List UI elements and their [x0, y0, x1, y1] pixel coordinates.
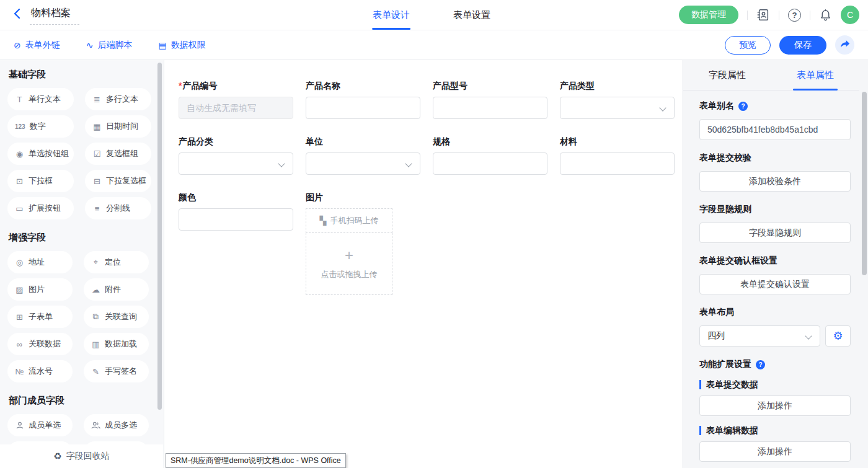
preview-button[interactable]: 预览: [725, 36, 771, 55]
field-visibility-button[interactable]: 字段显隐规则: [699, 223, 851, 243]
sidebar-scrollbar[interactable]: [157, 63, 162, 410]
product-category-select[interactable]: [179, 152, 293, 175]
field-recycle-bin[interactable]: ♻ 字段回收站: [0, 444, 163, 468]
field-visibility-label: 字段显隐规则: [699, 204, 851, 215]
tab-form-properties[interactable]: 表单属性: [771, 60, 859, 90]
chevron-down-icon: [278, 160, 285, 167]
field-item-radio-group[interactable]: ◉单选按钮组: [7, 143, 74, 165]
form-toolbar: ⊘ 表单外链 ∿ 后端脚本 ▤ 数据权限 预览 保存: [0, 30, 868, 60]
section-title-member-fields: 部门成员字段: [9, 395, 149, 407]
multi-line-text-icon: ≣: [92, 95, 102, 104]
save-button[interactable]: 保存: [779, 36, 826, 55]
field-item-image[interactable]: ▨图片: [7, 278, 73, 301]
field-item-signature[interactable]: ✎手写签名: [84, 360, 149, 382]
header-tabs: 表单设计 表单设置: [371, 0, 492, 30]
tab-field-properties[interactable]: 字段属性: [683, 60, 771, 90]
tab-form-settings[interactable]: 表单设置: [452, 0, 492, 30]
help-icon[interactable]: ?: [756, 360, 765, 369]
field-product-name[interactable]: 产品名称: [306, 81, 420, 119]
field-material[interactable]: 材料: [560, 136, 675, 175]
field-item-linked-data[interactable]: ∞关联数据: [7, 333, 73, 355]
add-submit-action-button[interactable]: 添加操作: [699, 395, 851, 416]
field-item-linked-query[interactable]: ⧉关联查询: [84, 306, 149, 328]
field-unit[interactable]: 单位: [306, 136, 420, 175]
add-validation-button[interactable]: 添加校验条件: [699, 171, 851, 192]
chevron-down-icon: [659, 104, 666, 111]
field-product-model[interactable]: 产品型号: [433, 81, 547, 119]
data-manage-button[interactable]: 数据管理: [679, 6, 738, 24]
subform-icon: ⊞: [15, 312, 24, 322]
field-product-code[interactable]: *产品编号: [179, 81, 293, 119]
field-item-location[interactable]: ⌖定位: [84, 251, 149, 273]
serial-number-icon: №: [15, 367, 24, 376]
single-line-text-icon: T: [15, 95, 24, 104]
link-icon: ⊘: [14, 40, 21, 50]
spec-input[interactable]: [433, 152, 547, 175]
field-item-multi-line-text[interactable]: ≣多行文本: [85, 88, 151, 110]
extend-button-icon: ▭: [15, 204, 24, 213]
top-header: 物料档案 表单设计 表单设置 数据管理 ? C: [0, 0, 868, 30]
field-item-member-multi[interactable]: 成员多选: [84, 414, 149, 436]
scan-upload-button[interactable]: ▚ 手机扫码上传: [306, 208, 392, 233]
field-item-single-line-text[interactable]: T单行文本: [7, 88, 74, 110]
product-type-select[interactable]: [560, 97, 675, 119]
field-item-number[interactable]: 123数字: [7, 115, 74, 138]
field-item-address[interactable]: ◎地址: [7, 251, 73, 273]
field-color[interactable]: 颜色: [179, 192, 293, 231]
field-item-member-single[interactable]: 成员单选: [7, 414, 73, 436]
radio-group-icon: ◉: [15, 149, 24, 159]
material-input[interactable]: [560, 152, 675, 175]
field-item-dropdown[interactable]: ⊡下拉框: [7, 170, 74, 192]
notification-bell-icon[interactable]: [819, 8, 832, 22]
edit-data-group-label: 表单编辑数据: [699, 426, 851, 435]
submit-data-group-label: 表单提交数据: [699, 380, 851, 389]
product-code-input: [179, 97, 293, 119]
field-product-type[interactable]: 产品类型: [560, 81, 675, 119]
plus-icon: +: [345, 248, 353, 263]
field-item-divider-line[interactable]: ≡分割线: [85, 197, 151, 219]
field-item-serial-number[interactable]: №流水号: [7, 360, 73, 382]
field-product-category[interactable]: 产品分类: [179, 136, 293, 175]
add-edit-action-button[interactable]: 添加操作: [699, 441, 851, 462]
field-item-checkbox-group[interactable]: ☑复选框组: [85, 143, 151, 165]
data-permission-button[interactable]: ▤ 数据权限: [158, 40, 205, 51]
taskbar-tooltip: SRM-供应商管理demo说明文档.doc - WPS Office: [166, 453, 346, 468]
external-link-button[interactable]: ⊘ 表单外链: [14, 40, 60, 51]
field-item-extend-button[interactable]: ▭扩展按钮: [7, 197, 74, 219]
tab-form-design[interactable]: 表单设计: [371, 0, 411, 30]
form-design-canvas[interactable]: *产品编号 产品名称 产品型号 产品类型 产品分类 单位 规格 材料: [165, 60, 682, 468]
field-item-data-load[interactable]: ▥数据加载: [84, 333, 149, 355]
field-spec[interactable]: 规格: [433, 136, 547, 175]
field-item-multi-dropdown[interactable]: ⊟下拉复选框: [85, 170, 151, 192]
panel-scrollbar[interactable]: [862, 92, 867, 275]
layout-settings-button[interactable]: ⚙: [825, 325, 851, 347]
page-title[interactable]: 物料档案: [30, 6, 79, 25]
field-image-upload[interactable]: 图片 ▚ 手机扫码上传 + 点击或拖拽上传: [306, 192, 420, 295]
field-item-datetime[interactable]: ▦日期时间: [85, 115, 151, 138]
back-button[interactable]: [12, 8, 22, 22]
unit-select[interactable]: [306, 152, 420, 175]
user-avatar[interactable]: C: [841, 6, 859, 24]
help-icon[interactable]: ?: [788, 9, 801, 22]
section-title-basic-fields: 基础字段: [9, 69, 149, 81]
form-layout-select[interactable]: 四列: [699, 325, 820, 347]
drag-upload-area[interactable]: + 点击或拖拽上传: [306, 233, 392, 295]
color-input[interactable]: [179, 208, 293, 231]
data-permission-icon: ▤: [158, 40, 166, 50]
number-icon: 123: [15, 123, 25, 130]
submit-validation-label: 表单提交校验: [699, 152, 851, 164]
form-alias-input[interactable]: [699, 119, 851, 140]
address-book-icon[interactable]: [756, 8, 770, 22]
product-name-input[interactable]: [306, 97, 420, 119]
product-model-input[interactable]: [433, 97, 547, 119]
field-item-attachment[interactable]: ☁附件: [84, 278, 149, 301]
submit-confirm-button[interactable]: 表单提交确认设置: [699, 274, 851, 294]
share-button[interactable]: [835, 35, 854, 55]
help-icon[interactable]: ?: [738, 102, 748, 111]
form-layout-label: 表单布局: [699, 307, 851, 318]
qr-code-icon: ▚: [320, 216, 327, 226]
field-item-subform[interactable]: ⊞子表单: [7, 306, 73, 328]
divider: [810, 11, 810, 20]
divider-line-icon: ≡: [92, 204, 102, 213]
backend-script-button[interactable]: ∿ 后端脚本: [86, 40, 133, 51]
